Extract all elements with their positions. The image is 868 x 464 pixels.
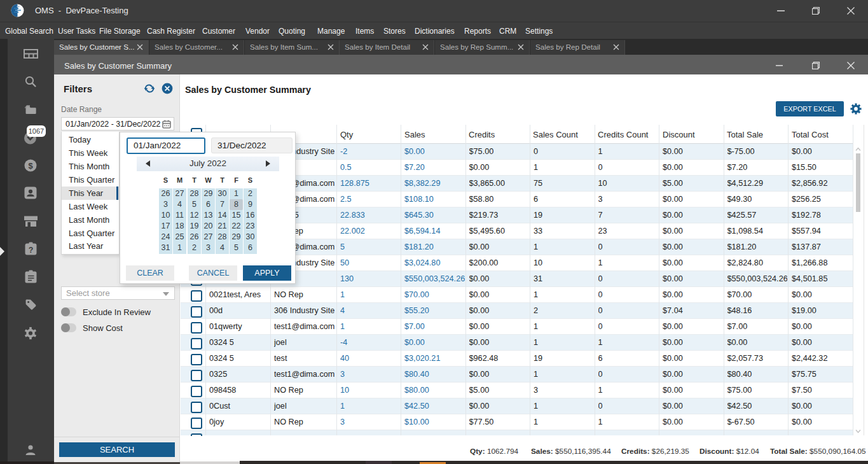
- svg-text:$: $: [28, 161, 33, 171]
- svg-text:?: ?: [29, 246, 34, 255]
